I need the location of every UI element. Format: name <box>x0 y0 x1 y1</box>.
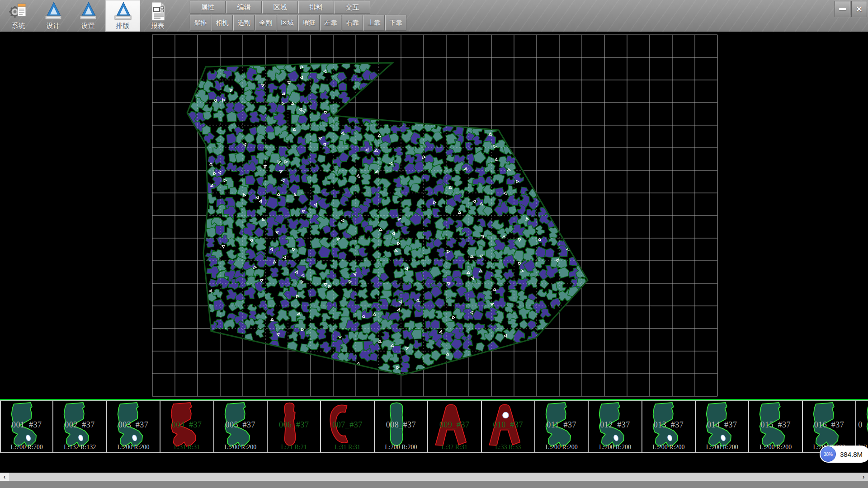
nav-button-label: 设计 <box>47 22 60 30</box>
piece-tray: 001_#37L:700 R:700002_#37L:132 R:132003_… <box>0 399 868 454</box>
nesting-canvas-svg <box>0 32 868 399</box>
piece-name: 002_#37 <box>53 420 106 430</box>
nav-button-label: 设置 <box>81 22 95 30</box>
nav-button-4[interactable]: 排版 <box>105 0 140 32</box>
nav-button-3[interactable]: 设置 <box>71 0 105 32</box>
nesting-canvas[interactable] <box>0 32 868 399</box>
piece-name: 009_#37 <box>428 420 481 430</box>
memory-badge: 38% 384.8M <box>820 446 868 463</box>
status-bar <box>0 481 868 488</box>
tray-cell-012_#37[interactable]: 012_#37L:200 R:200 <box>589 400 642 453</box>
scroll-right-arrow[interactable]: › <box>859 473 868 481</box>
tray-cell-010_#37[interactable]: 010_#37L:33 R:33 <box>482 400 535 453</box>
tool-button-3[interactable]: 选割 <box>233 15 255 31</box>
tray-cell-014_#37[interactable]: 014_#37L:200 R:200 <box>696 400 749 453</box>
tool-button-6[interactable]: 瑕疵 <box>298 15 320 31</box>
piece-name: 004_#37 <box>160 420 213 430</box>
piece-name: 0 <box>856 420 868 430</box>
piece-lr-count: L:200 R:200 <box>749 444 802 451</box>
piece-lr-count: L:200 R:200 <box>535 444 588 451</box>
nav-button-1[interactable]: 系统 <box>1 0 36 32</box>
tray-cell-004_#37[interactable]: 004_#37L:31 R:31 <box>160 400 214 453</box>
piece-lr-count: L:200 R:200 <box>107 444 160 451</box>
piece-name: 001_#37 <box>1 420 52 430</box>
report-icon <box>148 1 168 22</box>
piece-lr-count: L:33 R:33 <box>482 444 534 451</box>
tray-cell-row: 001_#37L:700 R:700002_#37L:132 R:132003_… <box>0 400 868 454</box>
menu-tab-4[interactable]: 排料 <box>298 1 334 14</box>
piece-name: 010_#37 <box>482 420 534 430</box>
nav-button-group: 系统 设计 设置 排版 报表 <box>1 0 175 32</box>
piece-lr-count: L:132 R:132 <box>53 444 106 451</box>
piece-name: 013_#37 <box>642 420 695 430</box>
nav-button-2[interactable]: 设计 <box>36 0 71 32</box>
tool-button-8[interactable]: 右靠 <box>342 15 363 31</box>
tray-cell-005_#37[interactable]: 005_#37L:200 R:200 <box>214 400 268 453</box>
piece-lr-count: L:32 R:31 <box>428 444 481 451</box>
piece-name: 007_#37 <box>321 420 373 430</box>
close-icon: ✕ <box>856 4 863 14</box>
system-gear-icon <box>9 1 28 22</box>
tray-cell-003_#37[interactable]: 003_#37L:200 R:200 <box>107 400 160 453</box>
horizontal-scrollbar[interactable]: ‹ › <box>0 473 868 481</box>
piece-lr-count: L:200 R:200 <box>642 444 695 451</box>
tray-cell-008_#37[interactable]: 008_#37L:200 R:200 <box>375 400 428 453</box>
piece-lr-count: L:200 R:200 <box>589 444 641 451</box>
tool-button-10[interactable]: 下靠 <box>385 15 406 31</box>
tool-button-1[interactable]: 聚排 <box>190 15 211 31</box>
minimize-icon <box>839 8 846 10</box>
nav-button-label: 报表 <box>151 22 165 30</box>
close-button[interactable]: ✕ <box>851 1 867 17</box>
menu-tab-1[interactable]: 属性 <box>190 1 226 14</box>
piece-name: 012_#37 <box>589 420 641 430</box>
layout-set-square-icon <box>113 1 133 22</box>
progress-percent: 38% <box>824 452 833 457</box>
piece-lr-count: L:200 R:200 <box>375 444 427 451</box>
window-controls: ✕ <box>834 1 867 17</box>
tool-button-2[interactable]: 相机 <box>212 15 233 31</box>
piece-name: 005_#37 <box>214 420 267 430</box>
piece-lr-count: L:200 R:200 <box>696 444 748 451</box>
menu-tab-bar: 属性编辑区域排料交互 <box>190 1 371 14</box>
minimize-button[interactable] <box>835 1 850 17</box>
piece-name: 003_#37 <box>107 420 160 430</box>
tray-cell-001_#37[interactable]: 001_#37L:700 R:700 <box>0 400 53 453</box>
tray-cell-006_#37[interactable]: 006_#37L:21 R:21 <box>268 400 321 453</box>
design-set-square-icon <box>43 1 63 22</box>
piece-lr-count: L:200 R:200 <box>214 444 267 451</box>
menu-tab-2[interactable]: 编辑 <box>226 1 262 14</box>
tray-cell-002_#37[interactable]: 002_#37L:132 R:132 <box>53 400 107 453</box>
memory-usage-text: 384.8M <box>840 450 863 458</box>
tool-button-9[interactable]: 上靠 <box>363 15 385 31</box>
piece-name: 014_#37 <box>696 420 748 430</box>
piece-name: 011_#37 <box>535 420 588 430</box>
piece-lr-count: L:21 R:21 <box>268 444 320 451</box>
piece-name: 015_#37 <box>749 420 802 430</box>
tray-cell-011_#37[interactable]: 011_#37L:200 R:200 <box>535 400 589 453</box>
nav-button-label: 排版 <box>116 22 130 30</box>
tool-button-bar: 聚排相机选割全割区域瑕疵左靠右靠上靠下靠 <box>190 15 407 31</box>
tray-cell-009_#37[interactable]: 009_#37L:32 R:31 <box>428 400 481 453</box>
piece-lr-count: L:31 R:31 <box>321 444 373 451</box>
progress-circle: 38% <box>821 446 836 462</box>
nav-button-5[interactable]: 报表 <box>140 0 175 32</box>
piece-name: 006_#37 <box>268 420 320 430</box>
nav-button-label: 系统 <box>12 22 25 30</box>
tray-cell-013_#37[interactable]: 013_#37L:200 R:200 <box>642 400 696 453</box>
piece-lr-count: L:700 R:700 <box>1 444 52 451</box>
tool-button-5[interactable]: 区域 <box>277 15 298 31</box>
settings-set-square-icon <box>78 1 98 22</box>
piece-lr-count: L:31 R:31 <box>160 444 213 451</box>
tray-cell-015_#37[interactable]: 015_#37L:200 R:200 <box>749 400 802 453</box>
main-toolbar: 系统 设计 设置 排版 报表 属性编辑区域排料交互 聚排相机选割全割区域瑕疵左靠… <box>0 0 868 32</box>
tray-cell-007_#37[interactable]: 007_#37L:31 R:31 <box>321 400 374 453</box>
menu-tab-3[interactable]: 区域 <box>262 1 298 14</box>
piece-name: 008_#37 <box>375 420 427 430</box>
scroll-left-arrow[interactable]: ‹ <box>0 473 9 481</box>
menu-tab-5[interactable]: 交互 <box>335 1 370 14</box>
piece-name: 016_#37 <box>803 420 855 430</box>
tool-button-7[interactable]: 左靠 <box>320 15 341 31</box>
tool-button-4[interactable]: 全割 <box>255 15 276 31</box>
